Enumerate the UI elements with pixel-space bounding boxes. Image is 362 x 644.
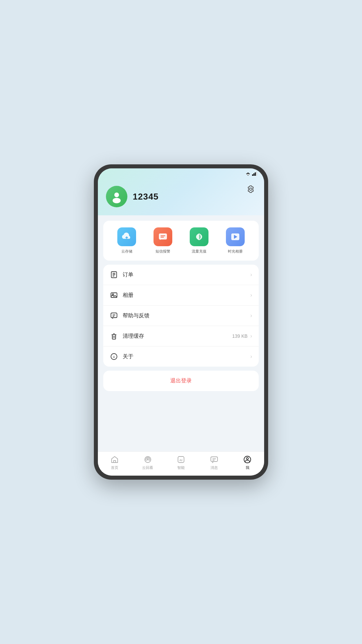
cache-icon [110, 332, 118, 340]
nav-item-ai[interactable]: AI 智能 [171, 455, 191, 470]
svg-text:AI: AI [179, 459, 182, 462]
avatar[interactable] [106, 186, 127, 207]
profile-row: 12345 [106, 186, 256, 207]
svg-point-40 [246, 458, 248, 460]
cloud-storage-label: 云存储 [121, 249, 132, 254]
ai-nav-svg: AI [177, 455, 185, 464]
bottom-nav: 首页 云回看 AI [98, 451, 264, 476]
service-item-album[interactable]: 时光相册 [226, 227, 245, 254]
menu-card: 订单 › 相册 › [103, 265, 259, 367]
menu-item-photos[interactable]: 相册 › [103, 285, 259, 306]
home-svg [111, 455, 119, 464]
time-album-icon [230, 231, 241, 242]
status-icons [245, 172, 257, 176]
home-nav-icon [110, 455, 119, 464]
about-label: 关于 [123, 353, 250, 360]
help-svg [110, 312, 118, 319]
cache-value: 139 KB [232, 333, 248, 339]
time-album-icon-wrap [226, 227, 245, 246]
wifi-icon [245, 172, 251, 176]
settings-button[interactable] [245, 183, 257, 195]
avatar-icon [110, 190, 123, 203]
photos-chevron: › [250, 292, 252, 298]
help-chevron: › [250, 313, 252, 319]
menu-item-about[interactable]: 关于 › [103, 346, 259, 367]
svg-point-8 [250, 188, 252, 191]
order-label: 订单 [123, 271, 250, 278]
status-bar [98, 168, 264, 177]
logout-card[interactable]: 退出登录 [103, 371, 259, 391]
photos-svg [110, 291, 118, 299]
help-icon [110, 312, 118, 320]
svg-rect-6 [256, 172, 257, 176]
about-icon [110, 353, 118, 361]
svg-point-10 [113, 198, 121, 203]
sms-alert-icon [158, 231, 168, 242]
me-nav-label: 我 [246, 465, 249, 470]
nav-item-me[interactable]: 我 [237, 455, 257, 470]
cache-label: 清理缓存 [123, 333, 232, 340]
nav-item-home[interactable]: 首页 [105, 455, 125, 470]
services-row: 云存储 短信报警 [109, 227, 253, 254]
help-label: 帮助与反馈 [123, 312, 250, 319]
svg-point-30 [114, 355, 114, 356]
svg-rect-23 [112, 335, 116, 339]
order-svg [110, 271, 118, 278]
menu-item-cache[interactable]: 清理缓存 139 KB › [103, 326, 259, 346]
nav-item-message[interactable]: 消息 [204, 455, 224, 470]
nav-item-cloud[interactable]: 云回看 [138, 455, 158, 470]
cloud-storage-icon [121, 231, 132, 242]
svg-marker-7 [248, 186, 253, 193]
order-chevron: › [250, 272, 252, 278]
data-recharge-icon-wrap [190, 227, 208, 246]
cache-chevron: › [250, 333, 252, 339]
svg-point-9 [114, 193, 119, 197]
message-nav-label: 消息 [210, 465, 218, 470]
phone-screen: 12345 云存储 [98, 168, 264, 476]
ai-nav-icon: AI [177, 455, 185, 464]
service-item-data[interactable]: 流量充值 [190, 227, 208, 254]
svg-rect-4 [253, 173, 254, 176]
photos-label: 相册 [123, 292, 250, 299]
message-nav-icon [210, 455, 219, 464]
svg-rect-11 [159, 233, 167, 239]
phone-shell: 12345 云存储 [94, 164, 268, 480]
me-nav-icon [243, 455, 252, 464]
sms-alert-label: 短信报警 [156, 249, 170, 254]
order-icon [110, 271, 118, 279]
about-svg [110, 353, 118, 360]
services-card: 云存储 短信报警 [103, 221, 259, 261]
svg-rect-31 [114, 461, 116, 463]
svg-rect-20 [111, 313, 117, 318]
cloud-nav-icon [143, 455, 152, 464]
time-album-label: 时光相册 [228, 249, 243, 254]
service-item-cloud[interactable]: 云存储 [117, 227, 136, 254]
signal-icon [252, 172, 257, 176]
home-nav-label: 首页 [111, 465, 118, 470]
about-chevron: › [250, 354, 252, 360]
main-content: 云存储 短信报警 [98, 215, 264, 451]
service-item-sms[interactable]: 短信报警 [154, 227, 172, 254]
svg-rect-5 [255, 172, 256, 176]
svg-rect-36 [211, 457, 218, 462]
menu-item-order[interactable]: 订单 › [103, 265, 259, 285]
data-recharge-icon [194, 231, 204, 242]
svg-rect-3 [252, 174, 253, 176]
data-recharge-label: 流量充值 [192, 249, 206, 254]
logout-text: 退出登录 [170, 378, 192, 383]
menu-item-help[interactable]: 帮助与反馈 › [103, 306, 259, 326]
me-nav-svg [243, 455, 251, 464]
photos-icon [110, 291, 118, 299]
sms-alert-icon-wrap [154, 227, 172, 246]
cloud-nav-svg [144, 455, 152, 464]
message-nav-svg [210, 455, 218, 464]
cache-svg [110, 332, 118, 340]
username: 12345 [133, 192, 159, 202]
cloud-storage-icon-wrap [117, 227, 136, 246]
cloud-nav-label: 云回看 [142, 465, 153, 470]
settings-icon [246, 184, 255, 194]
ai-nav-label: 智能 [177, 465, 185, 470]
